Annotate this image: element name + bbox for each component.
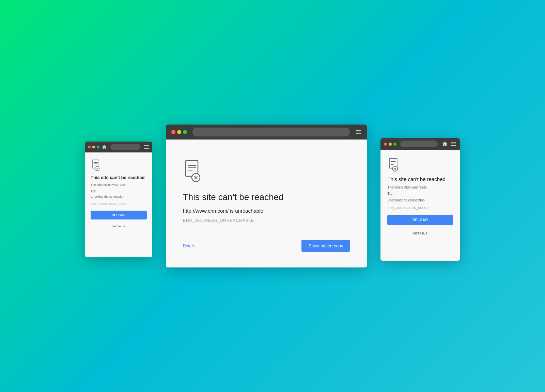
home-icon-right[interactable]: [441, 141, 448, 147]
menu-icon-left[interactable]: [143, 145, 150, 149]
right-error-title: This site can't be reached: [387, 176, 453, 182]
center-error-url-text: http://www.cnn.com/: [183, 208, 229, 214]
center-error-url: http://www.cnn.com/ is unreachable.: [183, 208, 350, 214]
dot-green-center: [183, 130, 187, 134]
left-try-label: Try:: [91, 189, 147, 194]
left-details-button[interactable]: DETAILS: [91, 225, 147, 228]
right-browser-titlebar: [380, 138, 460, 150]
center-details-button[interactable]: Details: [183, 244, 196, 248]
right-details-button[interactable]: DETAILS: [387, 232, 453, 235]
scene: This site can't be reached The connectio…: [85, 125, 460, 267]
error-icon-left: [91, 159, 102, 172]
right-try-label: Try:: [387, 191, 453, 196]
show-saved-copy-button[interactable]: Show saved copy: [301, 240, 350, 252]
menu-icon-right[interactable]: [450, 142, 456, 146]
dot-yellow-right: [389, 143, 392, 146]
dot-green-right: [393, 143, 396, 146]
right-error-desc1: The connection was reset.: [387, 185, 453, 190]
traffic-lights-left: [88, 146, 99, 148]
error-icon-right: [387, 158, 400, 172]
left-error-code: ERR_CONNECTION_RESET: [91, 203, 147, 206]
right-browser-content: This site can't be reached The connectio…: [380, 150, 460, 261]
center-error-url-suffix: is unreachable.: [229, 208, 265, 214]
home-icon-left[interactable]: [101, 144, 107, 150]
left-browser-window: This site can't be reached The connectio…: [85, 142, 152, 257]
center-error-title: This site can't be reached: [183, 192, 350, 202]
menu-icon-center[interactable]: [355, 130, 361, 134]
dot-yellow-center: [177, 130, 181, 134]
dot-yellow-left: [92, 146, 95, 148]
dot-red-left: [88, 146, 91, 148]
right-error-code: ERR_CONNECTION_RESET: [387, 206, 453, 210]
dot-red-center: [171, 130, 175, 134]
traffic-lights-center: [171, 130, 187, 134]
url-bar-right[interactable]: [400, 141, 438, 147]
left-reload-button[interactable]: RELOAD: [91, 211, 147, 219]
dot-red-right: [384, 143, 387, 146]
center-actions: Details Show saved copy: [183, 240, 350, 252]
left-error-desc2: Checking the connection: [91, 195, 147, 199]
right-reload-button[interactable]: RELOAD: [387, 215, 453, 225]
center-error-code: ERR_ADDRESS_UNREACHABLE: [183, 218, 350, 223]
error-icon-center: [183, 160, 203, 182]
right-browser-window: This site can't be reached The connectio…: [380, 138, 460, 261]
left-browser-titlebar: [85, 142, 152, 152]
left-browser-content: This site can't be reached The connectio…: [85, 152, 152, 257]
right-error-desc2: Checking the connection: [387, 198, 453, 203]
center-browser-window: This site can't be reached http://www.cn…: [166, 125, 367, 267]
center-browser-titlebar: [166, 125, 367, 140]
url-bar-center[interactable]: [192, 128, 350, 136]
url-bar-left[interactable]: [110, 144, 140, 150]
traffic-lights-right: [384, 143, 396, 146]
center-browser-content: This site can't be reached http://www.cn…: [166, 140, 367, 267]
dot-green-left: [97, 146, 99, 148]
left-error-title: This site can't be reached: [91, 175, 147, 180]
left-error-desc1: The connection was reset.: [91, 183, 147, 187]
